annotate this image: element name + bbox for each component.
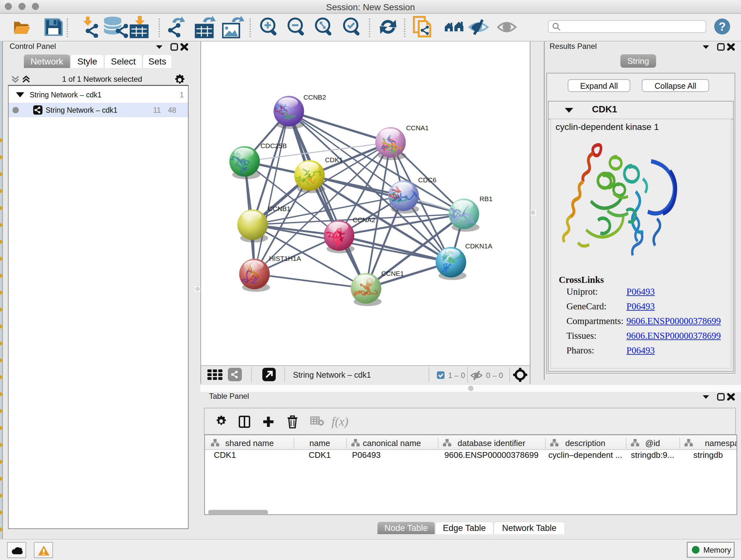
svg-text:CCNE1: CCNE1: [381, 270, 404, 277]
svg-text:CCNB2: CCNB2: [304, 94, 326, 101]
svg-text:RB1: RB1: [480, 195, 493, 202]
svg-text:CCNA1: CCNA1: [406, 124, 429, 132]
svg-text:CDC6: CDC6: [418, 176, 436, 184]
svg-text:HIST1H1A: HIST1H1A: [269, 255, 301, 262]
svg-text:CDK1: CDK1: [325, 156, 343, 164]
svg-text:CCNA2: CCNA2: [353, 216, 375, 224]
svg-text:CCNB1: CCNB1: [268, 205, 290, 212]
svg-text:CDKN1A: CDKN1A: [465, 242, 492, 250]
svg-text:CDC25B: CDC25B: [260, 142, 287, 149]
